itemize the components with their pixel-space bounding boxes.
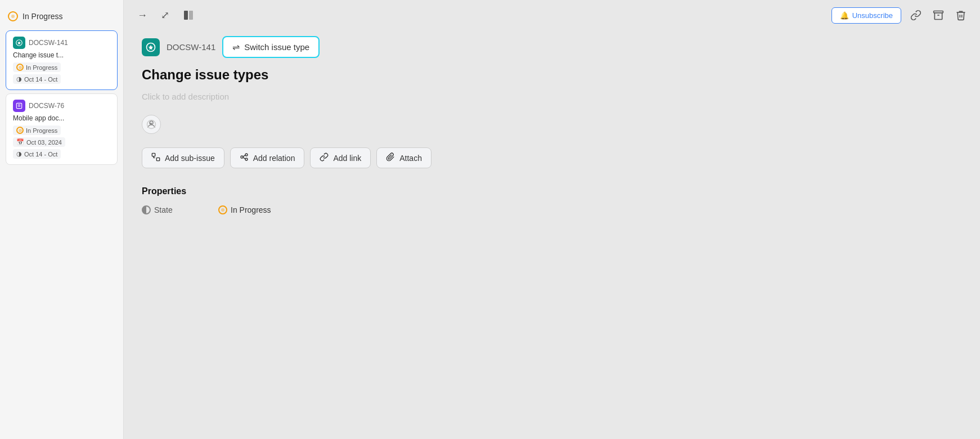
issue-date-badge-2b[interactable]: ◑ Oct 14 - Oct [13,149,61,159]
svg-rect-10 [156,158,159,160]
calendar-icon-2a: 📅 [16,138,24,146]
svg-rect-4 [189,11,193,20]
toolbar: → ⤢ 🔔 Unsubscribe [124,0,980,30]
issue-meta-1: In Progress ◑ Oct 14 - Oct [13,62,110,84]
issue-type-icon-purple [13,100,25,112]
link-icon [320,153,329,163]
calendar-icon-2b: ◑ [16,150,22,158]
issue-ref: DOCSW-141 [167,42,215,52]
issue-meta-2: In Progress 📅 Oct 03, 2024 ◑ Oct 14 - Oc… [13,126,110,159]
action-buttons: Add sub-issue Add relation Add link Atta… [142,147,962,168]
sidebar-section-in-progress: In Progress [0,6,123,27]
toolbar-left: → ⤢ [135,7,196,24]
issue-title-2: Mobile app doc... [13,114,110,122]
status-icon-sm-1 [16,64,24,71]
relation-icon [240,153,249,163]
issue-type-icon-teal [13,37,25,49]
issue-id-2: DOCSW-76 [29,102,64,110]
switch-issue-type-button[interactable]: ⇌ Switch issue type [222,36,320,58]
issue-detail: DOCSW-141 ⇌ Switch issue type Change iss… [124,30,980,439]
issue-title-main[interactable]: Change issue types [142,67,962,83]
delete-button[interactable] [953,7,969,23]
status-icon-orange [8,11,18,21]
add-relation-button[interactable]: Add relation [230,147,305,168]
svg-rect-9 [152,153,155,156]
switch-icon: ⇌ [232,42,240,52]
properties-section: Properties State In Progress [142,186,962,214]
svg-line-14 [243,155,245,157]
state-property-row: State In Progress [142,205,962,214]
issue-card-header-2: DOCSW-76 [13,100,110,112]
description-field[interactable]: Click to add description [142,92,962,101]
issue-status-badge-1[interactable]: In Progress [13,62,61,72]
state-value[interactable]: In Progress [218,205,271,214]
svg-rect-3 [184,11,188,20]
archive-button[interactable] [930,7,946,23]
attach-button[interactable]: Attach [376,147,431,168]
issue-status-badge-2[interactable]: In Progress [13,126,61,135]
assignee-button[interactable] [142,115,161,134]
panel-button[interactable] [181,7,196,23]
main-content: → ⤢ 🔔 Unsubscribe [124,0,980,439]
svg-point-13 [245,158,248,160]
sub-issue-icon [151,153,160,163]
issue-date-badge-1[interactable]: ◑ Oct 14 - Oct [13,74,61,84]
issue-id-1: DOCSW-141 [29,39,68,47]
svg-line-15 [243,158,245,159]
bell-icon: 🔔 [840,11,849,20]
issue-card-docsw-76[interactable]: DOCSW-76 Mobile app doc... In Progress 📅… [6,93,118,165]
state-icon [142,205,151,214]
add-sub-issue-button[interactable]: Add sub-issue [142,147,224,168]
sidebar: In Progress DOCSW-141 Change issue t... … [0,0,124,439]
add-link-button[interactable]: Add link [310,147,371,168]
sidebar-section-label: In Progress [23,12,63,21]
svg-point-11 [241,156,243,158]
attach-icon [386,153,395,163]
issue-date-badge-2a[interactable]: 📅 Oct 03, 2024 [13,137,65,147]
expand-button[interactable]: ⤢ [159,7,172,24]
issue-card-docsw-141[interactable]: DOCSW-141 Change issue t... In Progress … [6,30,118,90]
state-label: State [142,205,209,214]
unsubscribe-button[interactable]: 🔔 Unsubscribe [831,7,901,24]
calendar-icon-1: ◑ [16,75,22,83]
svg-rect-5 [934,11,943,13]
issue-card-header-1: DOCSW-141 [13,37,110,49]
arrow-right-button[interactable]: → [135,7,150,24]
status-icon-sm-2 [16,127,24,134]
properties-title: Properties [142,186,962,196]
issue-header: DOCSW-141 ⇌ Switch issue type [142,36,962,58]
issue-title-1: Change issue t... [13,51,110,59]
svg-point-12 [245,154,248,156]
toolbar-right: 🔔 Unsubscribe [831,7,969,24]
issue-detail-type-icon [142,38,160,56]
link-button[interactable] [908,7,924,23]
state-status-icon [218,205,227,214]
